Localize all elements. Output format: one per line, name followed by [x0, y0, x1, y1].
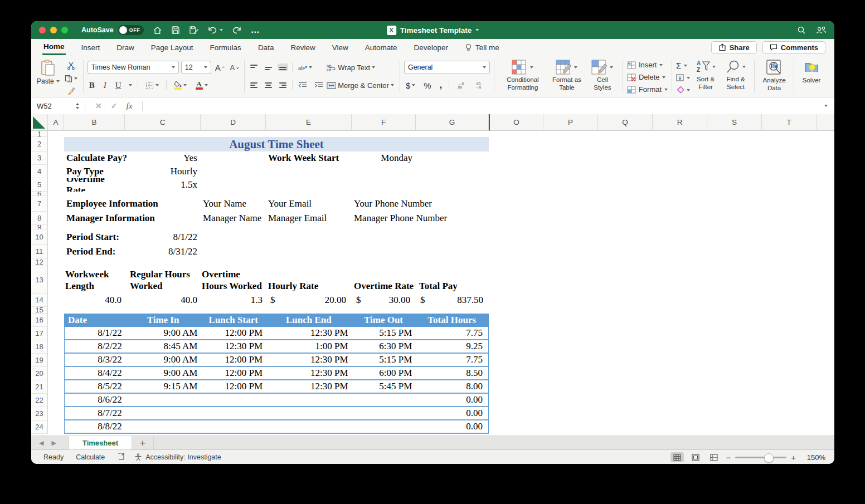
cell-time-in[interactable]: [125, 394, 201, 406]
row-header-24[interactable]: 24: [31, 420, 48, 434]
row-header-18[interactable]: 18: [31, 340, 48, 354]
number-format-combo[interactable]: General: [404, 61, 490, 74]
sheet-title-cell[interactable]: August Time Sheet: [64, 137, 489, 151]
cell-lunch-end[interactable]: 1:00 PM: [266, 340, 352, 353]
cell-lunch-start[interactable]: 12:00 PM: [201, 380, 266, 393]
wrap-text-button[interactable]: abc Wrap Text: [325, 62, 377, 73]
cell-lunch-end[interactable]: 12:30 PM: [266, 380, 352, 393]
cell-lunch-start[interactable]: [201, 420, 266, 433]
format-chevron[interactable]: [664, 89, 668, 91]
row-header-20[interactable]: 20: [31, 367, 48, 380]
italic-button[interactable]: I: [102, 80, 108, 91]
search-icon[interactable]: [797, 26, 806, 35]
cell-styles-chevron[interactable]: [610, 66, 613, 68]
row-header-23[interactable]: 23: [31, 407, 48, 420]
row-header-4[interactable]: 4: [31, 165, 48, 178]
row-header-16[interactable]: 16: [31, 314, 48, 327]
cell-lunch-end[interactable]: 12:30 PM: [266, 367, 352, 379]
cell-time-out[interactable]: 5:15 PM: [352, 354, 416, 366]
format-as-table-button[interactable]: Format as Table: [550, 60, 584, 97]
overtime-rate-label-cell[interactable]: Overtime Rate: [64, 178, 125, 192]
pay-type-value-cell[interactable]: Hourly: [125, 165, 201, 178]
manager-phone-cell[interactable]: Manager Phone Number: [352, 212, 489, 225]
row-header-21[interactable]: 21: [31, 380, 48, 394]
cell-time-in[interactable]: 8:45 AM: [125, 340, 201, 353]
zoom-window-button[interactable]: [61, 27, 68, 33]
more-commands-icon[interactable]: …: [251, 25, 260, 35]
format-painter-button[interactable]: [63, 86, 79, 96]
column-header-G[interactable]: G: [416, 114, 489, 131]
prev-sheet-arrow[interactable]: ◀: [39, 439, 43, 447]
row-header-2[interactable]: 2: [31, 137, 48, 151]
column-header-E[interactable]: E: [266, 114, 352, 131]
cell-total-hours[interactable]: 7.75: [415, 354, 488, 366]
cell-lunch-end[interactable]: [266, 407, 352, 419]
align-right-button[interactable]: [278, 81, 288, 89]
home-icon[interactable]: [153, 26, 162, 35]
row-header-13[interactable]: 13: [31, 266, 48, 293]
title-dropdown-chevron[interactable]: [475, 29, 479, 31]
fill-chevron[interactable]: [687, 77, 690, 79]
employee-info-label-cell[interactable]: Employee Information: [64, 196, 201, 212]
row-header-11[interactable]: 11: [31, 245, 48, 258]
employee-email-cell[interactable]: Your Email: [266, 196, 352, 212]
cell-date[interactable]: 8/7/22: [65, 407, 125, 419]
cell-lunch-start[interactable]: [201, 394, 266, 406]
pay-type-label-cell[interactable]: Pay Type: [64, 165, 125, 178]
hourly-rate-cell[interactable]: $ 20.00: [266, 293, 352, 307]
currency-chevron[interactable]: [412, 84, 415, 86]
tab-automate[interactable]: Automate: [364, 41, 399, 55]
cell-time-in[interactable]: [125, 420, 201, 433]
currency-format-button[interactable]: $: [404, 80, 417, 91]
manager-email-cell[interactable]: Manager Email: [266, 212, 352, 225]
autosave-toggle[interactable]: OFF: [118, 25, 144, 35]
summary-header-workweek[interactable]: Workweek Length: [64, 266, 125, 293]
normal-view-button[interactable]: [670, 452, 684, 462]
save-icon[interactable]: [171, 26, 180, 35]
column-header-C[interactable]: C: [125, 114, 201, 131]
cell-total-hours[interactable]: 9.25: [415, 340, 488, 353]
tab-home[interactable]: Home: [42, 40, 66, 55]
header-time-out[interactable]: Time Out: [352, 314, 416, 326]
workweek-length-cell[interactable]: 40.0: [64, 293, 125, 307]
paste-dropdown-chevron[interactable]: [56, 80, 60, 82]
increase-decimal-button[interactable]: ←0.00: [454, 80, 468, 90]
period-start-label-cell[interactable]: Period Start:: [64, 229, 125, 245]
header-lunch-start[interactable]: Lunch Start: [201, 314, 266, 326]
column-header-F[interactable]: F: [352, 114, 416, 131]
clear-chevron[interactable]: [687, 89, 690, 91]
header-time-in[interactable]: Time In: [125, 314, 201, 326]
column-header-P[interactable]: P: [543, 114, 598, 131]
cell-time-out[interactable]: 5:15 PM: [352, 327, 416, 339]
undo-dropdown-chevron[interactable]: [220, 29, 223, 31]
cell-total-hours[interactable]: 7.75: [415, 327, 488, 339]
save-as-icon[interactable]: [189, 26, 198, 35]
cell-date[interactable]: 8/5/22: [65, 380, 125, 393]
column-header-A[interactable]: A: [48, 114, 64, 131]
summary-header-overtime-rate[interactable]: Overtime Rate: [352, 266, 416, 293]
status-calculate[interactable]: Calculate: [76, 453, 105, 461]
share-sheet-icon[interactable]: [816, 26, 827, 35]
work-week-start-label-cell[interactable]: Work Week Start: [266, 151, 352, 165]
header-total-hours[interactable]: Total Hours: [415, 314, 488, 326]
merge-center-chevron[interactable]: [391, 84, 394, 86]
solver-button[interactable]: Solver: [800, 60, 823, 85]
cut-button[interactable]: [63, 61, 79, 71]
row-header-8[interactable]: 8: [31, 212, 48, 225]
cell-date[interactable]: 8/4/22: [65, 367, 125, 379]
cell-time-out[interactable]: 6:30 PM: [352, 340, 416, 353]
increase-font-button[interactable]: A^: [213, 62, 226, 74]
confirm-entry-icon[interactable]: ✓: [111, 101, 118, 110]
document-title[interactable]: Timesheet Template: [400, 26, 472, 35]
bold-button[interactable]: B: [88, 80, 96, 91]
decrease-font-button[interactable]: Av: [228, 62, 240, 73]
summary-header-hourly-rate[interactable]: Hourly Rate: [266, 266, 352, 293]
regular-hours-cell[interactable]: 40.0: [125, 293, 201, 307]
format-cells-button[interactable]: Format: [627, 84, 668, 95]
cell-time-in[interactable]: [125, 407, 201, 419]
comments-button[interactable]: Comments: [762, 41, 825, 54]
column-header-T[interactable]: T: [762, 114, 817, 131]
row-header-12[interactable]: 12: [31, 258, 48, 266]
row-header-10[interactable]: 10: [31, 229, 48, 245]
cell-lunch-start[interactable]: 12:30 PM: [201, 340, 266, 353]
